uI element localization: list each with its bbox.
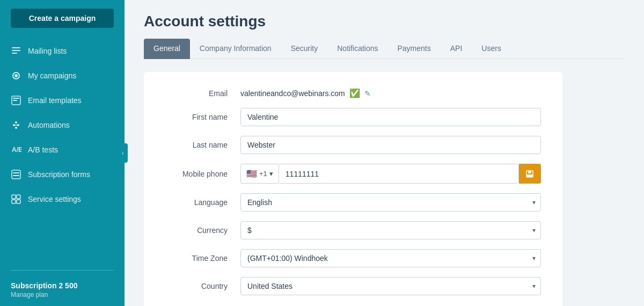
tabs-bar: General Company Information Security Not…	[144, 39, 625, 59]
svg-rect-21	[527, 174, 532, 177]
timezone-select-wrapper: (GMT+01:00) Windhoek ▾	[240, 249, 541, 267]
phone-code: +1	[259, 170, 267, 178]
country-select[interactable]: United States	[240, 277, 541, 295]
svg-point-8	[17, 124, 19, 126]
country-select-wrapper: United States ▾	[240, 277, 541, 295]
sidebar-collapse-button[interactable]: ‹	[118, 143, 128, 163]
language-select-wrapper: English ▾	[240, 193, 541, 212]
sidebar-item-subscription-forms[interactable]: Subscription forms	[0, 162, 125, 187]
templates-icon	[11, 95, 21, 106]
language-row: Language English ▾	[165, 193, 541, 212]
svg-rect-12	[12, 170, 20, 179]
email-field: valentineandco@webinars.com ✅ ✎	[240, 88, 541, 98]
svg-point-3	[14, 74, 18, 77]
tab-company-info[interactable]: Company Information	[190, 39, 281, 59]
main-content-area: Account settings General Company Informa…	[125, 0, 644, 306]
sidebar-item-ab-tests[interactable]: A/B A/B tests	[0, 137, 125, 162]
save-phone-icon	[525, 170, 534, 178]
firstname-label: First name	[165, 113, 240, 121]
tab-api[interactable]: API	[441, 39, 472, 59]
sidebar: Create a campaign Mailing lists My campa…	[0, 0, 125, 306]
sidebar-label-my-campaigns: My campaigns	[28, 71, 76, 80]
sidebar-label-ab-tests: A/B tests	[28, 145, 58, 154]
sidebar-divider	[11, 270, 114, 271]
sidebar-label-email-templates: Email templates	[28, 96, 82, 105]
timezone-field: (GMT+01:00) Windhoek ▾	[240, 249, 541, 267]
sidebar-item-email-templates[interactable]: Email templates	[0, 88, 125, 113]
firstname-field	[240, 108, 541, 126]
currency-label: Currency	[165, 226, 240, 235]
phone-row-group: 🇺🇸 +1 ▾	[240, 164, 541, 184]
svg-rect-13	[13, 172, 19, 173]
svg-rect-14	[13, 175, 19, 176]
tab-payments[interactable]: Payments	[388, 39, 441, 59]
email-verified-icon: ✅	[349, 88, 360, 98]
currency-select[interactable]: $	[240, 221, 541, 239]
phone-country-selector[interactable]: 🇺🇸 +1 ▾	[240, 164, 279, 184]
svg-rect-17	[12, 200, 16, 203]
svg-rect-6	[13, 100, 17, 101]
svg-rect-20	[528, 171, 531, 173]
email-edit-icon[interactable]: ✎	[364, 89, 371, 98]
svg-rect-18	[17, 200, 20, 203]
forms-icon	[11, 169, 21, 180]
phone-dropdown-arrow: ▾	[269, 170, 273, 178]
country-field: United States ▾	[240, 277, 541, 295]
firstname-input[interactable]	[240, 108, 541, 126]
page-title: Account settings	[144, 13, 625, 30]
timezone-label: Time Zone	[165, 254, 240, 263]
svg-rect-1	[12, 50, 20, 51]
phone-row: Mobile phone 🇺🇸 +1 ▾	[165, 164, 541, 184]
currency-field: $ ▾	[240, 221, 541, 239]
country-label: Country	[165, 282, 240, 290]
sidebar-item-automations[interactable]: Automations	[0, 113, 125, 137]
svg-rect-5	[13, 98, 19, 99]
language-label: Language	[165, 198, 240, 207]
svg-point-7	[13, 124, 15, 126]
svg-point-10	[15, 127, 17, 129]
sidebar-label-automations: Automations	[28, 121, 70, 129]
ab-icon: A/B	[11, 144, 21, 155]
main-header: Account settings General Company Informa…	[125, 0, 644, 59]
list-icon	[11, 46, 21, 56]
email-label: Email	[165, 89, 240, 98]
country-row: Country United States ▾	[165, 277, 541, 295]
sidebar-label-service-settings: Service settings	[28, 195, 81, 203]
language-field: English ▾	[240, 193, 541, 212]
phone-save-button[interactable]	[519, 164, 541, 184]
settings-card: Email valentineandco@webinars.com ✅ ✎ Fi…	[144, 72, 562, 306]
phone-label: Mobile phone	[165, 170, 240, 178]
sidebar-label-mailing-lists: Mailing lists	[28, 47, 67, 55]
tab-users[interactable]: Users	[472, 39, 511, 59]
sidebar-item-my-campaigns[interactable]: My campaigns	[0, 63, 125, 88]
timezone-row: Time Zone (GMT+01:00) Windhoek ▾	[165, 249, 541, 267]
main-scrollable: Email valentineandco@webinars.com ✅ ✎ Fi…	[125, 59, 644, 306]
phone-input[interactable]	[279, 164, 519, 184]
svg-rect-15	[12, 195, 16, 199]
subscription-title: Subscription 2 500	[11, 281, 114, 290]
email-display: valentineandco@webinars.com ✅ ✎	[240, 88, 541, 98]
service-settings-icon	[11, 194, 21, 205]
tab-general[interactable]: General	[144, 39, 190, 59]
phone-field: 🇺🇸 +1 ▾	[240, 164, 541, 184]
lastname-input[interactable]	[240, 136, 541, 154]
tab-security[interactable]: Security	[281, 39, 328, 59]
email-row: Email valentineandco@webinars.com ✅ ✎	[165, 88, 541, 98]
create-campaign-button[interactable]: Create a campaign	[11, 9, 114, 28]
tab-notifications[interactable]: Notifications	[327, 39, 387, 59]
sidebar-item-mailing-lists[interactable]: Mailing lists	[0, 39, 125, 63]
language-select[interactable]: English	[240, 193, 541, 212]
lastname-row: Last name	[165, 136, 541, 154]
sidebar-item-service-settings[interactable]: Service settings	[0, 187, 125, 212]
svg-text:A/B: A/B	[12, 146, 21, 154]
flag-icon: 🇺🇸	[246, 169, 257, 179]
email-value: valentineandco@webinars.com	[240, 89, 345, 98]
sidebar-footer: Subscription 2 500 Manage plan	[0, 274, 125, 306]
timezone-select[interactable]: (GMT+01:00) Windhoek	[240, 249, 541, 267]
svg-rect-0	[12, 47, 20, 48]
auto-icon	[11, 120, 21, 130]
campaigns-icon	[11, 70, 21, 81]
svg-rect-16	[17, 195, 20, 199]
sidebar-label-subscription-forms: Subscription forms	[28, 170, 90, 179]
manage-plan-link[interactable]: Manage plan	[11, 291, 114, 298]
